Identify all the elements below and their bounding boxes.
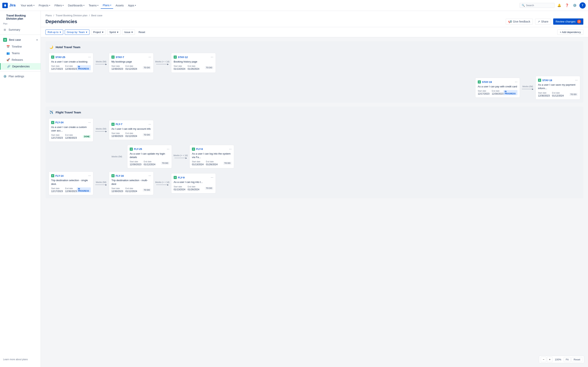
sidebar-item-summary[interactable]: ⊞ Summary	[0, 26, 41, 33]
more-menu-stay18[interactable]: ···	[575, 78, 578, 82]
more-menu-fly9[interactable]: ···	[211, 176, 213, 179]
sprint-filter-btn[interactable]: Sprint ▾	[107, 30, 121, 35]
review-changes-btn[interactable]: Review changes 2	[553, 18, 583, 25]
card-id-stay18[interactable]: S STAY-18	[538, 79, 552, 82]
story-icon: S	[51, 56, 54, 59]
card-title-stay12: Booking history page	[174, 60, 213, 64]
card-id-fly24[interactable]: S FLY-24	[51, 121, 63, 124]
card-id-stay19[interactable]: S STAY-19	[478, 80, 492, 83]
connector-label-4: blocks (0d)	[96, 128, 106, 130]
more-menu-stay25[interactable]: ···	[88, 55, 91, 59]
status-badge-stay7: TO DO	[143, 66, 151, 69]
dep-chain-fly-2: blocks (0d) S FLY-25 ··· As a user I can…	[109, 145, 580, 168]
sidebar-item-teams[interactable]: 👥 Teams	[0, 50, 41, 57]
page-title-row: Dependencies 📢 Give feedback ↗ Share Rev…	[45, 18, 583, 27]
main-content: Plans / Travel Booking Division plan / B…	[41, 11, 588, 367]
nav-logo-text: Jira	[9, 3, 16, 7]
card-title-fly6: As a user I can log into the system via …	[192, 152, 232, 159]
dep-card-fly24: S FLY-24 ··· As a user I can create a cu…	[49, 118, 93, 142]
nav-item-plans[interactable]: Plans ▾	[101, 2, 113, 9]
dep-card-fly25: S FLY-25 ··· As a user I can update my l…	[127, 145, 172, 168]
more-menu-fly25[interactable]: ···	[167, 147, 169, 151]
card-id-fly7[interactable]: S FLY-7	[112, 123, 122, 126]
add-dependency-btn[interactable]: + Add dependency	[557, 30, 583, 35]
story-icon: S	[51, 174, 54, 177]
status-badge-stay12: TO DO	[205, 66, 213, 69]
sidebar-item-dependencies[interactable]: 🔗 Dependencies	[0, 63, 41, 70]
dep-chain-fly-3: S FLY-14 ··· Trip destination selection …	[49, 171, 580, 195]
nav-item-apps[interactable]: Apps ▾	[126, 2, 138, 8]
nav-item-filters[interactable]: Filters ▾	[52, 2, 66, 8]
grid-icon: ⊞	[3, 28, 7, 32]
top-nav: Jira Your work ▾ Projects ▾ Filters ▾ Da…	[0, 0, 588, 11]
card-id-fly6[interactable]: S FLY-6	[192, 148, 203, 151]
card-id-stay7[interactable]: S STAY-7	[112, 56, 124, 59]
zoom-in-btn[interactable]: +	[547, 357, 553, 362]
card-title-fly16: Trip destination selection - multi-dest	[112, 179, 151, 186]
card-title-stay7: My bookings page	[112, 60, 151, 64]
page-actions: 📢 Give feedback ↗ Share Review changes 2	[506, 18, 583, 25]
more-menu-stay19[interactable]: ···	[515, 80, 518, 84]
card-title-fly25: As a user I can update my login details	[130, 152, 169, 159]
more-menu-fly24[interactable]: ···	[88, 121, 91, 124]
more-menu-fly16[interactable]: ···	[148, 174, 151, 177]
teams-icon: 👥	[6, 51, 10, 55]
card-meta-stay7: Start date12/30/2023 End date01/12/2024 …	[112, 65, 151, 70]
more-menu-fly6[interactable]: ···	[229, 147, 232, 151]
settings-btn[interactable]: ⚙️	[572, 2, 578, 8]
more-menu-fly14[interactable]: ···	[88, 174, 91, 177]
help-btn[interactable]: ❓	[564, 2, 570, 8]
user-avatar[interactable]: T	[579, 2, 586, 8]
card-title-stay18: As a user I can save my payment inform..…	[538, 83, 578, 90]
groupby-btn[interactable]: Group by: Team ▾	[65, 30, 89, 35]
nav-item-teams[interactable]: Teams ▾	[87, 2, 100, 8]
team-header-hotel: 🌙 Hotel Travel Team	[49, 44, 580, 50]
card-id-fly16[interactable]: S FLY-16	[112, 174, 124, 177]
nav-item-projects[interactable]: Projects ▾	[37, 2, 52, 8]
dep-chain-stay2-inner: S STAY-19 ··· As a user I can pay with c…	[475, 76, 580, 100]
connector-label-5: blocks (0d)	[112, 155, 122, 158]
timeline-icon: 📅	[6, 45, 10, 48]
story-icon: S	[192, 148, 195, 151]
nav-item-dashboards[interactable]: Dashboards ▾	[66, 2, 86, 8]
zoom-reset-btn[interactable]: Reset	[571, 357, 582, 362]
sidebar-item-releases[interactable]: 🚀 Releases	[0, 57, 41, 63]
card-id-fly9[interactable]: S FLY-9	[174, 176, 184, 179]
nav-logo[interactable]: Jira	[2, 3, 16, 8]
sidebar-group-bestcase[interactable]: ■ Best case ▾	[0, 36, 41, 43]
search-box[interactable]: 🔍 Search	[519, 3, 554, 8]
status-badge-stay18: TO DO	[569, 93, 578, 96]
more-menu-stay7[interactable]: ···	[148, 55, 151, 59]
story-icon: S	[174, 56, 177, 59]
nav-item-assets[interactable]: Assets	[113, 2, 126, 8]
nav-right: 🔍 Search 🔔 ❓ ⚙️ T	[519, 2, 586, 8]
card-title-fly24: As a user I can create a custom user acc…	[51, 125, 91, 133]
issue-filter-btn[interactable]: Issue ▾	[122, 30, 135, 35]
sidebar-item-plan-settings[interactable]: ⚙️ Plan settings	[0, 73, 41, 80]
share-btn[interactable]: ↗ Share	[535, 19, 551, 25]
card-id-stay25[interactable]: S STAY-25	[51, 56, 65, 59]
breadcrumb-plan[interactable]: Travel Booking Division plan	[56, 14, 87, 17]
rollup-btn[interactable]: Roll-up to ▾	[45, 30, 63, 35]
reset-btn[interactable]: Reset	[137, 30, 147, 34]
card-meta-fly16: Start date12/30/2023 End date01/12/2024 …	[112, 187, 151, 193]
notifications-btn[interactable]: 🔔	[556, 2, 562, 8]
sidebar-footer-link[interactable]: Learn more about plans	[0, 355, 41, 364]
sidebar-item-timeline[interactable]: 📅 Timeline	[0, 43, 41, 50]
breadcrumb-plans[interactable]: Plans	[45, 14, 52, 17]
card-id-stay12[interactable]: S STAY-12	[174, 56, 188, 59]
card-meta-stay25: Start date12/17/2023 End date12/30/2023 …	[51, 65, 91, 70]
give-feedback-btn[interactable]: 📢 Give feedback	[506, 19, 533, 25]
more-menu-stay12[interactable]: ···	[211, 55, 213, 59]
card-title-fly9: As a user I can log into t...	[174, 180, 213, 184]
dep-card-stay19: S STAY-19 ··· As a user I can pay with c…	[475, 78, 520, 98]
breadcrumb-sep-1: /	[53, 14, 54, 17]
more-menu-fly7[interactable]: ···	[148, 123, 151, 126]
zoom-out-btn[interactable]: −	[541, 357, 546, 362]
nav-item-yourwork[interactable]: Your work ▾	[19, 2, 36, 8]
zoom-level: 100%	[553, 358, 563, 361]
card-id-fly25[interactable]: S FLY-25	[130, 148, 142, 151]
project-filter-btn[interactable]: Project ▾	[91, 30, 106, 35]
card-id-fly14[interactable]: S FLY-14	[51, 174, 63, 177]
zoom-fit-btn[interactable]: Fit	[564, 357, 571, 362]
